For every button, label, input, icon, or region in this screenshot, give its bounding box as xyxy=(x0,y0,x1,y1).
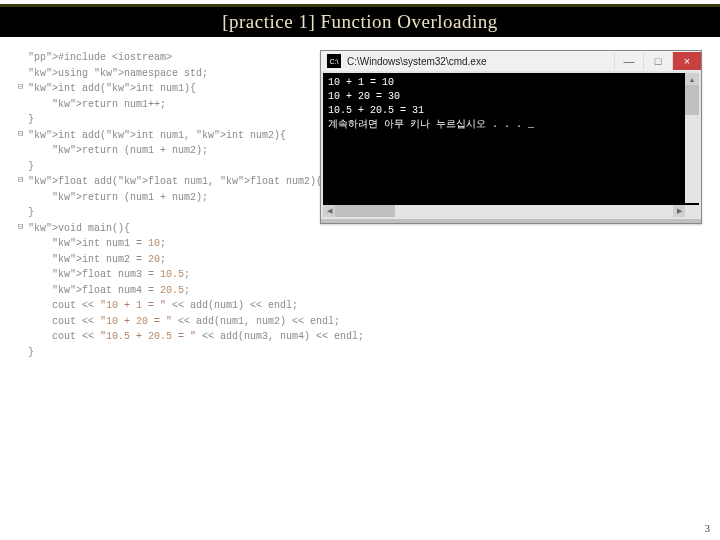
code-line: "kw">float num3 = 10.5; xyxy=(18,267,448,283)
code-line: cout << "10 + 20 = " << add(num1, num2) … xyxy=(18,314,448,330)
page-number: 3 xyxy=(705,522,711,534)
cmd-output-line: 10 + 1 = 10 xyxy=(328,76,694,90)
window-controls: — □ × xyxy=(614,52,701,70)
title-bar: [practice 1] Function Overloading xyxy=(0,4,720,37)
fold-gutter-icon: ⊟ xyxy=(18,174,23,188)
code-line: cout << "10.5 + 20.5 = " << add(num3, nu… xyxy=(18,329,448,345)
horizontal-scrollbar[interactable]: ◀ ▶ xyxy=(323,205,685,217)
page-title: [practice 1] Function Overloading xyxy=(222,11,498,33)
cmd-body-wrap: 10 + 1 = 1010 + 20 = 3010.5 + 20.5 = 31계… xyxy=(321,71,701,219)
code-line: "kw">int num2 = 20; xyxy=(18,252,448,268)
cmd-output-line: 계속하려면 아무 키나 누르십시오 . . . _ xyxy=(328,118,694,132)
cmd-icon: C:\ xyxy=(327,54,341,68)
scroll-right-icon[interactable]: ▶ xyxy=(673,205,685,217)
minimize-button[interactable]: — xyxy=(614,52,643,70)
cmd-output: 10 + 1 = 1010 + 20 = 3010.5 + 20.5 = 31계… xyxy=(323,73,699,205)
maximize-button[interactable]: □ xyxy=(643,52,672,70)
scroll-up-icon[interactable]: ▲ xyxy=(685,73,699,85)
code-line: } xyxy=(18,345,448,361)
cmd-window: C:\ C:\Windows\system32\cmd.exe — □ × 10… xyxy=(320,50,702,224)
scroll-thumb[interactable] xyxy=(685,85,699,115)
scroll-thumb-h[interactable] xyxy=(335,205,395,217)
vertical-scrollbar[interactable]: ▲ xyxy=(685,73,699,203)
fold-gutter-icon: ⊟ xyxy=(18,81,23,95)
cmd-output-line: 10.5 + 20.5 = 31 xyxy=(328,104,694,118)
close-button[interactable]: × xyxy=(672,52,701,70)
cmd-title-text: C:\Windows\system32\cmd.exe xyxy=(347,56,614,67)
scroll-left-icon[interactable]: ◀ xyxy=(323,205,335,217)
code-line: "kw">float num4 = 20.5; xyxy=(18,283,448,299)
fold-gutter-icon: ⊟ xyxy=(18,221,23,235)
code-line: cout << "10 + 1 = " << add(num1) << endl… xyxy=(18,298,448,314)
fold-gutter-icon: ⊟ xyxy=(18,128,23,142)
cmd-output-line: 10 + 20 = 30 xyxy=(328,90,694,104)
cmd-titlebar: C:\ C:\Windows\system32\cmd.exe — □ × xyxy=(321,51,701,71)
code-line: "kw">int num1 = 10; xyxy=(18,236,448,252)
